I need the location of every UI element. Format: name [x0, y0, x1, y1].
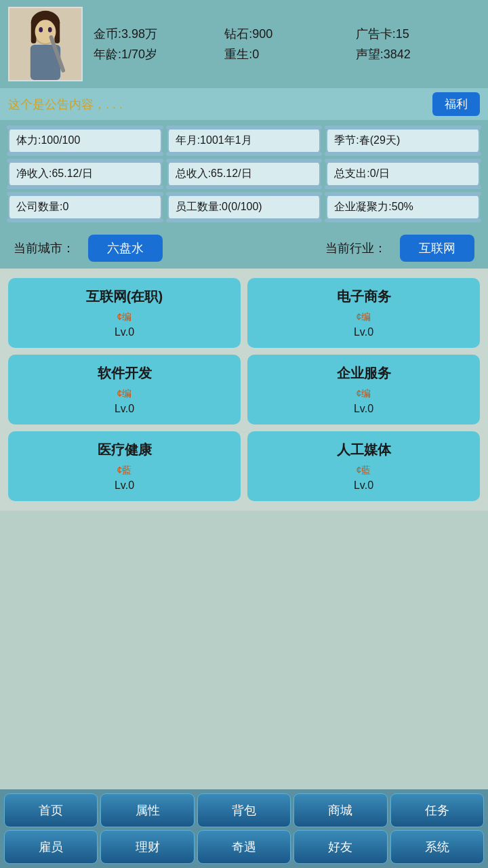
nav-button-任务[interactable]: 任务: [390, 793, 484, 827]
avatar: [8, 7, 83, 81]
nav-button-属性[interactable]: 属性: [100, 793, 194, 827]
industry-card-lv: Lv.0: [15, 403, 234, 415]
nav-button-背包[interactable]: 背包: [197, 793, 291, 827]
industry-card-lv: Lv.0: [254, 479, 473, 492]
industry-card-lv: Lv.0: [254, 326, 473, 338]
industry-card-coin: ¢编: [15, 388, 234, 400]
diamond-stat: 钻石:900: [224, 26, 348, 42]
industry-card-lv: Lv.0: [254, 403, 473, 415]
industry-card[interactable]: 电子商务¢编Lv.0: [247, 278, 480, 348]
city-label: 当前城市：: [14, 240, 75, 256]
industry-card-title: 人工媒体: [254, 441, 473, 459]
industry-card-coin: ¢编: [254, 388, 473, 400]
nav-button-首页[interactable]: 首页: [4, 793, 98, 827]
industry-card-coin: ¢编: [254, 311, 473, 323]
stat-box: 总支出:0/日: [326, 160, 480, 188]
industry-card[interactable]: 企业服务¢编Lv.0: [247, 355, 480, 425]
adcard-stat: 广告卡:15: [356, 26, 480, 42]
nav-button-雇员[interactable]: 雇员: [4, 830, 98, 864]
industry-card-title: 医疗健康: [15, 441, 234, 459]
header-stats: 金币:3.98万 钻石:900 广告卡:15 年龄:1/70岁 重生:0 声望:…: [94, 26, 480, 62]
industry-button[interactable]: 互联网: [400, 235, 474, 262]
industry-card-coin: ¢藍: [254, 465, 473, 477]
industry-card-coin: ¢藍: [15, 465, 234, 477]
svg-point-7: [48, 27, 52, 33]
industry-card-lv: Lv.0: [15, 326, 234, 338]
stat-box: 净收入:65.12/日: [8, 160, 162, 188]
stat-box: 体力:100/100: [8, 127, 162, 155]
industry-card-title: 软件开发: [15, 364, 234, 382]
rebirth-stat: 重生:0: [224, 46, 348, 62]
industry-card-lv: Lv.0: [15, 479, 234, 492]
stat-box: 季节:春(29天): [326, 127, 480, 155]
industry-card-title: 企业服务: [254, 364, 473, 382]
stat-box: 企业凝聚力:50%: [326, 193, 480, 221]
reputation-stat: 声望:3842: [356, 46, 480, 62]
stat-box: 总收入:65.12/日: [167, 160, 321, 188]
nav-button-好友[interactable]: 好友: [293, 830, 387, 864]
industry-label: 当前行业：: [325, 240, 386, 256]
industry-card[interactable]: 人工媒体¢藍Lv.0: [247, 431, 480, 501]
stat-box: 员工数量:0(0/100): [167, 193, 321, 221]
svg-point-6: [39, 27, 43, 33]
location-row: 当前城市： 六盘水 当前行业： 互联网: [0, 228, 488, 269]
city-button[interactable]: 六盘水: [88, 235, 163, 262]
header: 金币:3.98万 钻石:900 广告卡:15 年龄:1/70岁 重生:0 声望:…: [0, 0, 488, 88]
gold-stat: 金币:3.98万: [94, 26, 218, 42]
bottom-nav: 首页属性背包商城任务雇员理财奇遇好友系统: [0, 789, 488, 868]
nav-button-奇遇[interactable]: 奇遇: [197, 830, 291, 864]
nav-button-理财[interactable]: 理财: [100, 830, 194, 864]
industry-card[interactable]: 互联网(在职)¢编Lv.0: [8, 278, 241, 348]
industry-card-title: 电子商务: [254, 288, 473, 306]
nav-button-系统[interactable]: 系统: [390, 830, 484, 864]
age-stat: 年龄:1/70岁: [94, 46, 218, 62]
nav-button-商城[interactable]: 商城: [293, 793, 387, 827]
industry-card-title: 互联网(在职): [15, 288, 234, 306]
industry-card[interactable]: 医疗健康¢藍Lv.0: [8, 431, 241, 501]
welfare-button[interactable]: 福利: [432, 92, 480, 116]
stat-box: 公司数量:0: [8, 193, 162, 221]
announcement-bar: 这个是公告内容，. . . 福利: [0, 88, 488, 120]
industry-card-coin: ¢编: [15, 311, 234, 323]
stat-box: 年月:1001年1月: [167, 127, 321, 155]
stats-grid: 体力:100/100年月:1001年1月季节:春(29天)净收入:65.12/日…: [0, 120, 488, 228]
industry-card[interactable]: 软件开发¢编Lv.0: [8, 355, 241, 425]
industry-section: 互联网(在职)¢编Lv.0电子商务¢编Lv.0软件开发¢编Lv.0企业服务¢编L…: [0, 269, 488, 511]
announcement-text: 这个是公告内容，. . .: [8, 96, 426, 113]
